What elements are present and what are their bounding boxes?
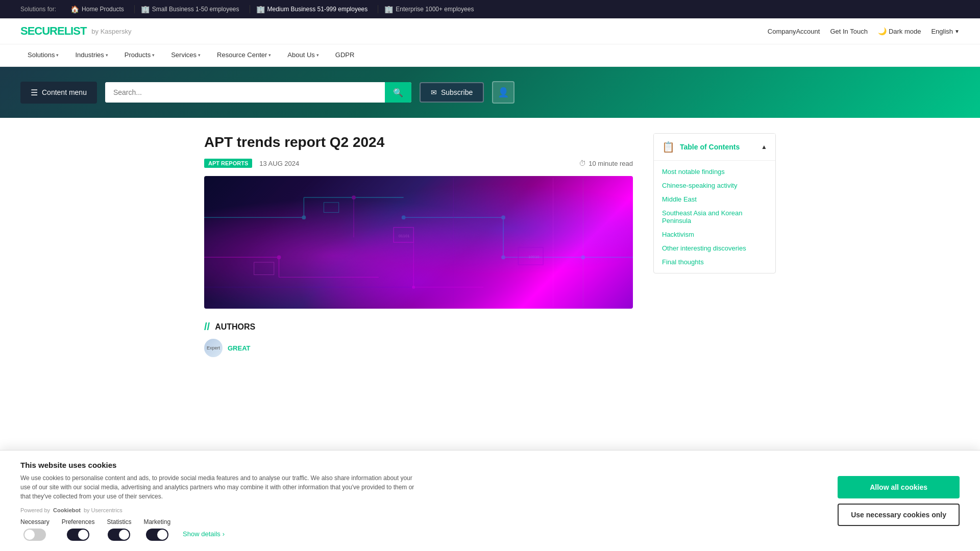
toc-title: Table of Contents bbox=[680, 143, 740, 151]
subscribe-button[interactable]: ✉ Subscribe bbox=[420, 82, 484, 103]
svg-point-12 bbox=[302, 216, 306, 220]
subscribe-label: Subscribe bbox=[441, 88, 473, 96]
hero-bar: ☰ Content menu 🔍 ✉ Subscribe 👤 bbox=[0, 67, 980, 118]
author-item: Expert GREAT bbox=[204, 339, 633, 357]
article-date: 13 AUG 2024 bbox=[259, 160, 299, 167]
content-menu-button[interactable]: ☰ Content menu bbox=[20, 82, 97, 104]
topbar-enterprise[interactable]: 🏢 Enterprise 1000+ employees bbox=[378, 5, 480, 13]
svg-point-14 bbox=[402, 216, 406, 220]
toc-item-notable[interactable]: Most notable findings bbox=[654, 165, 775, 179]
read-time-label: 10 minute read bbox=[589, 160, 633, 167]
language-label: English bbox=[931, 28, 953, 35]
search-button[interactable]: 🔍 bbox=[385, 82, 411, 103]
main-content: APT trends report Q2 2024 APT REPORTS 13… bbox=[184, 118, 796, 383]
expert-label: Expert bbox=[207, 345, 220, 350]
search-icon: 🔍 bbox=[393, 88, 403, 97]
language-selector[interactable]: English ▼ bbox=[931, 28, 960, 35]
read-time: ⏱ 10 minute read bbox=[579, 159, 633, 167]
sidebar: 📋 Table of Contents ▲ Most notable findi… bbox=[653, 133, 776, 367]
topbar-small-label: Small Business 1-50 employees bbox=[152, 6, 239, 13]
apt-tag[interactable]: APT REPORTS bbox=[204, 159, 252, 168]
nav-products[interactable]: Products ▾ bbox=[117, 44, 162, 66]
get-in-touch-link[interactable]: Get In Touch bbox=[830, 28, 867, 35]
content-menu-label: Content menu bbox=[42, 88, 87, 96]
svg-text:01101: 01101 bbox=[399, 234, 410, 239]
topbar-medium-label: Medium Business 51-999 employees bbox=[267, 6, 368, 13]
company-account-link[interactable]: CompanyAccount bbox=[768, 28, 820, 35]
user-icon: 👤 bbox=[498, 87, 509, 98]
toc-item-middle-east[interactable]: Middle East bbox=[654, 192, 775, 206]
nav-industries[interactable]: Industries ▾ bbox=[68, 44, 115, 66]
toc-item-chinese[interactable]: Chinese-speaking activity bbox=[654, 179, 775, 192]
topbar-home-products[interactable]: 🏠 Home Products bbox=[64, 5, 130, 13]
svg-rect-21 bbox=[254, 262, 274, 274]
home-icon: 🏠 bbox=[70, 5, 79, 13]
topbar-home-label: Home Products bbox=[82, 6, 124, 13]
dark-mode-label: Dark mode bbox=[889, 28, 921, 35]
solutions-chevron: ▾ bbox=[56, 53, 59, 58]
topbar-enterprise-label: Enterprise 1000+ employees bbox=[396, 6, 474, 13]
building-icon-md: 🏢 bbox=[256, 5, 265, 13]
email-icon: ✉ bbox=[431, 88, 437, 96]
article-title: APT trends report Q2 2024 bbox=[204, 133, 633, 152]
clock-icon: ⏱ bbox=[579, 159, 586, 167]
search-input[interactable] bbox=[105, 82, 385, 103]
toc-item-southeast-asia[interactable]: Southeast Asia and Korean Peninsula bbox=[654, 206, 775, 228]
solutions-label: Solutions for: bbox=[20, 6, 56, 13]
logo-securelist[interactable]: SECURELIST bbox=[20, 24, 86, 38]
toc-chevron-icon: ▲ bbox=[761, 143, 767, 151]
authors-heading: // AUTHORS bbox=[204, 321, 633, 333]
slash-decoration: // bbox=[204, 321, 210, 333]
article-area: APT trends report Q2 2024 APT REPORTS 13… bbox=[204, 133, 633, 367]
authors-section: // AUTHORS Expert GREAT bbox=[204, 321, 633, 357]
toc-item-hacktivism[interactable]: Hacktivism bbox=[654, 228, 775, 241]
svg-point-16 bbox=[501, 256, 505, 260]
nav-gdpr[interactable]: GDPR bbox=[328, 44, 362, 66]
top-bar: Solutions for: 🏠 Home Products 🏢 Small B… bbox=[0, 0, 980, 18]
svg-rect-19 bbox=[324, 203, 338, 213]
logo-area: SECURELIST by Kaspersky bbox=[20, 24, 131, 38]
svg-point-13 bbox=[352, 196, 356, 200]
toc-item-other[interactable]: Other interesting discoveries bbox=[654, 241, 775, 255]
svg-point-29 bbox=[581, 256, 585, 260]
building-icon-lg: 🏢 bbox=[384, 5, 393, 13]
header: SECURELIST by Kaspersky CompanyAccount G… bbox=[0, 18, 980, 44]
topbar-small-business[interactable]: 🏢 Small Business 1-50 employees bbox=[134, 5, 246, 13]
logo-kaspersky: by Kaspersky bbox=[91, 28, 131, 35]
products-chevron: ▾ bbox=[152, 53, 155, 58]
user-account-button[interactable]: 👤 bbox=[492, 81, 514, 104]
nav-resource-center[interactable]: Resource Center ▾ bbox=[210, 44, 278, 66]
nav-solutions[interactable]: Solutions ▾ bbox=[20, 44, 66, 66]
hero-image: 01101 10010 bbox=[204, 176, 633, 309]
svg-point-17 bbox=[277, 256, 281, 260]
authors-label: AUTHORS bbox=[215, 322, 255, 332]
dark-mode-toggle[interactable]: 🌙 Dark mode bbox=[878, 27, 921, 35]
nav-about-us[interactable]: About Us ▾ bbox=[280, 44, 326, 66]
avatar: Expert bbox=[204, 339, 223, 357]
svg-point-15 bbox=[501, 216, 505, 220]
industries-chevron: ▾ bbox=[106, 53, 108, 58]
svg-text:10010: 10010 bbox=[528, 255, 540, 260]
hamburger-icon: ☰ bbox=[31, 88, 38, 97]
toc-box: 📋 Table of Contents ▲ Most notable findi… bbox=[653, 133, 776, 273]
resource-chevron: ▾ bbox=[268, 53, 271, 58]
toc-header-left: 📋 Table of Contents bbox=[662, 141, 740, 153]
toc-items: Most notable findings Chinese-speaking a… bbox=[654, 161, 775, 273]
search-container: 🔍 bbox=[105, 82, 411, 103]
language-chevron: ▼ bbox=[954, 29, 960, 34]
toc-header[interactable]: 📋 Table of Contents ▲ bbox=[654, 134, 775, 161]
nav-bar: Solutions ▾ Industries ▾ Products ▾ Serv… bbox=[0, 44, 980, 67]
about-chevron: ▾ bbox=[316, 53, 319, 58]
toc-item-final[interactable]: Final thoughts bbox=[654, 255, 775, 269]
topbar-medium-business[interactable]: 🏢 Medium Business 51-999 employees bbox=[250, 5, 374, 13]
moon-icon: 🌙 bbox=[878, 27, 887, 35]
avatar-inner: Expert bbox=[204, 339, 223, 357]
services-chevron: ▾ bbox=[198, 53, 201, 58]
header-right: CompanyAccount Get In Touch 🌙 Dark mode … bbox=[768, 27, 960, 35]
article-meta: APT REPORTS 13 AUG 2024 ⏱ 10 minute read bbox=[204, 159, 633, 168]
circuit-svg: 01101 10010 bbox=[204, 176, 633, 309]
author-name[interactable]: GREAT bbox=[228, 344, 251, 352]
building-icon-sm: 🏢 bbox=[141, 5, 150, 13]
toc-doc-icon: 📋 bbox=[662, 141, 675, 153]
nav-services[interactable]: Services ▾ bbox=[164, 44, 208, 66]
